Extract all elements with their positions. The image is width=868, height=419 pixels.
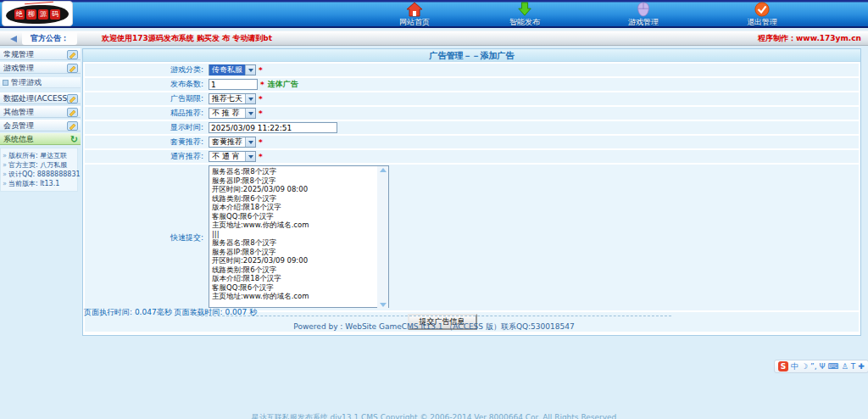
linked-ad-hint: 连体广告: [268, 79, 298, 90]
form-row-game-category: 游戏分类: 传奇私服 *: [85, 64, 859, 76]
top-bar: 绝 柳 源 码 网站首页 智能发布 游戏管理: [0, 0, 868, 28]
powered-by-text: Powered by : WebSite GameCMS lt13.1 （ACC…: [293, 321, 574, 332]
punctuation-icon[interactable]: ”,: [810, 360, 817, 372]
nav-smart-publish[interactable]: 智能发布: [490, 2, 559, 28]
home-icon: [380, 2, 449, 17]
notice-bar: 官方公告： 欢迎使用173源码发布系统 购买发 布 专动请到bt 程序制作：ww…: [0, 31, 868, 46]
submenu-icon: [3, 80, 8, 86]
field-label: 精品推荐:: [85, 108, 209, 119]
sidebar-item-label: 游戏管理: [3, 63, 67, 74]
display-time-input[interactable]: [209, 122, 337, 133]
logo-char: 码: [50, 9, 60, 20]
logo-char: 源: [38, 9, 48, 20]
site-logo[interactable]: 绝 柳 源 码: [2, 1, 73, 26]
logo-char: 柳: [26, 9, 36, 20]
required-asterisk: *: [259, 95, 263, 103]
fullwidth-moon-icon[interactable]: ☽: [801, 360, 808, 372]
sidebar-item-manage-games[interactable]: 管理游戏: [0, 77, 81, 88]
chevron-down-icon: [245, 65, 255, 75]
field-label: 广告期限:: [85, 93, 209, 104]
edit-icon: [67, 50, 78, 59]
field-label: 套黄推荐:: [85, 137, 209, 148]
sidebar-item-system-info[interactable]: 系统信息 ↻: [0, 133, 81, 145]
sidebar: 常规管理 游戏管理 管理游戏 数据处理(ACCESS) 其他管理 会员管理 系统…: [0, 48, 81, 192]
field-label: 发布条数:: [85, 79, 209, 90]
quick-submit-textarea[interactable]: 服务器名:限8个汉字 服务器IP:限8个汉字 开区时间:2025/03/09 0…: [209, 165, 389, 308]
divider: [197, 316, 671, 316]
refresh-icon: ↻: [70, 134, 78, 145]
form-row-featured: 精品推荐: 不 推 荐 *: [85, 107, 859, 120]
nav-smart-publish-label: 智能发布: [490, 17, 559, 28]
megaphone-icon: [10, 36, 17, 42]
chevron-down-icon: [245, 137, 255, 147]
field-label: 游戏分类:: [85, 64, 209, 75]
sidebar-item-label: 常规管理: [3, 49, 67, 60]
nav-home-label: 网站首页: [380, 17, 449, 28]
bullet-icon: »: [3, 161, 7, 169]
edit-icon: [67, 94, 78, 103]
sidebar-item-game[interactable]: 游戏管理: [0, 62, 81, 74]
sidebar-item-general[interactable]: 常规管理: [0, 48, 81, 60]
check-circle-icon: [727, 2, 797, 17]
select-value: 推荐七天: [209, 93, 245, 104]
publish-count-input[interactable]: [209, 79, 258, 90]
required-asterisk: *: [259, 109, 263, 118]
form-row-publish-count: 发布条数: * 连体广告: [85, 78, 859, 91]
chinese-mode-icon[interactable]: 中: [791, 360, 798, 372]
field-label: 通宵推荐:: [85, 151, 209, 162]
skin-icon[interactable]: T: [851, 360, 856, 372]
form-row-display-time: 显示时间:: [85, 121, 859, 134]
ad-period-select[interactable]: 推荐七天: [209, 93, 256, 104]
required-asterisk: *: [259, 138, 263, 147]
form-row-ad-period: 广告期限: 推荐七天 *: [85, 92, 859, 105]
bullet-icon: »: [3, 152, 7, 159]
add-ad-form: 游戏分类: 传奇私服 * 发布条数: * 连体广告 广告期限: 推荐七天: [83, 62, 860, 335]
sidebar-item-label: 其他管理: [3, 107, 67, 118]
notice-text: 欢迎使用173源码发布系统 购买发 布 专动请到bt: [102, 31, 272, 46]
admin-page: 绝 柳 源 码 网站首页 智能发布 游戏管理: [0, 0, 868, 419]
copyright-line: 星达互联私服发布系统 div13.1 CMS Copyright © 2006-…: [0, 412, 868, 419]
sidebar-item-label: 数据处理(ACCESS): [3, 93, 67, 104]
bullet-icon: »: [3, 170, 7, 178]
ad-management-panel: 广告管理－－添加广告 游戏分类: 传奇私服 * 发布条数: * 连体广告 广告期…: [82, 48, 861, 336]
shield-icon: [609, 2, 678, 17]
required-asterisk: *: [259, 66, 263, 75]
select-value: 传奇私服: [209, 64, 245, 75]
info-design-qq: »设计QQ: 8888888831: [3, 170, 75, 179]
sidebar-item-label: 管理游戏: [11, 77, 42, 88]
logo-char: 绝: [14, 9, 25, 20]
chevron-down-icon: [245, 109, 255, 118]
sidebar-item-label: 会员管理: [3, 120, 67, 131]
sidebar-item-other[interactable]: 其他管理: [0, 106, 81, 118]
select-value: 不 推 荐: [209, 108, 245, 119]
bullet-icon: »: [3, 180, 7, 187]
voice-mic-icon[interactable]: Ψ: [820, 360, 826, 372]
required-asterisk: *: [260, 81, 264, 89]
field-label: 显示时间:: [85, 122, 209, 133]
featured-select[interactable]: 不 推 荐: [209, 108, 256, 119]
logo-ink-blob: 绝 柳 源 码: [6, 5, 69, 24]
required-asterisk: *: [259, 153, 263, 161]
yellow-highlight-select[interactable]: 套黄推荐: [209, 137, 256, 148]
arrow-down-icon: [490, 2, 559, 17]
sidebar-item-members[interactable]: 会员管理: [0, 120, 81, 131]
page-title: 广告管理－－添加广告: [83, 49, 860, 62]
symbols-icon[interactable]: ♙: [842, 360, 849, 372]
nav-home[interactable]: 网站首页: [380, 2, 449, 28]
form-row-yellow-highlight: 套黄推荐: 套黄推荐 *: [85, 136, 859, 148]
soft-keyboard-icon[interactable]: ⌨: [828, 360, 839, 372]
ime-toolbar[interactable]: S 中 ☽ ”, Ψ ⌨ ♙ T ✚: [774, 360, 868, 373]
nav-game-manage-label: 游戏管理: [609, 17, 678, 28]
sogou-logo-icon[interactable]: S: [778, 361, 788, 372]
nav-game-manage[interactable]: 游戏管理: [609, 2, 678, 28]
nav-logout-label: 退出管理: [727, 17, 797, 28]
sidebar-item-data-access[interactable]: 数据处理(ACCESS): [0, 92, 81, 104]
overnight-select[interactable]: 不 通 宵: [209, 151, 256, 162]
toolbox-icon[interactable]: ✚: [858, 360, 865, 372]
select-value: 套黄推荐: [209, 137, 245, 148]
info-homepage[interactable]: »官方主页: 八万私服: [3, 160, 75, 170]
program-credit[interactable]: 程序制作：www.173ym.cn: [758, 31, 861, 46]
nav-logout[interactable]: 退出管理: [727, 2, 797, 28]
game-category-select[interactable]: 传奇私服: [209, 64, 256, 75]
sidebar-item-label: 系统信息: [3, 134, 70, 145]
